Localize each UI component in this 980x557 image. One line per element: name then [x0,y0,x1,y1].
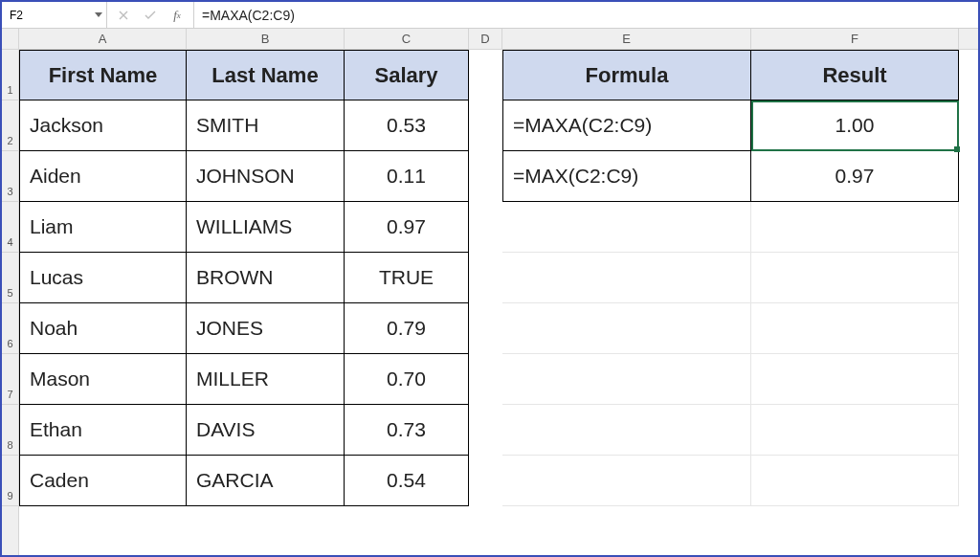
row-header[interactable]: 8 [2,405,18,456]
data-cell[interactable]: 0.79 [345,303,469,354]
row-header[interactable]: 7 [2,354,18,405]
data-cell[interactable]: 0.97 [751,151,959,202]
fx-icon[interactable]: fx [170,9,184,22]
data-cell[interactable]: 0.73 [345,405,469,456]
column-header[interactable]: D [469,29,502,49]
corner-cell[interactable] [2,29,18,50]
check-icon[interactable] [144,9,157,22]
data-cell[interactable]: =MAX(C2:C9) [502,151,751,202]
data-cell[interactable]: Caden [19,456,187,506]
data-cell[interactable]: 0.54 [345,456,469,506]
empty-cell[interactable] [502,303,751,354]
data-cell[interactable]: Jackson [19,100,187,151]
name-box-value: F2 [10,9,23,22]
header-cell-last-name[interactable]: Last Name [187,50,345,100]
empty-cell[interactable] [469,202,502,253]
header-cell-first-name[interactable]: First Name [19,50,187,100]
data-cell[interactable]: JOHNSON [187,151,345,202]
empty-cell[interactable] [751,354,959,405]
data-cell[interactable]: WILLIAMS [187,202,345,253]
empty-cell[interactable] [469,303,502,354]
data-cell[interactable]: 0.53 [345,100,469,151]
column-header[interactable]: B [187,29,345,49]
empty-cell[interactable] [502,202,751,253]
name-box[interactable]: F2 [2,2,107,28]
table-row: First Name Last Name Salary Formula Resu… [19,50,978,100]
chevron-down-icon[interactable] [95,12,102,17]
data-cell[interactable]: 0.70 [345,354,469,405]
empty-cell[interactable] [502,456,751,506]
empty-cell[interactable] [751,253,959,303]
empty-cell[interactable] [469,100,502,151]
column-headers: A B C D E F [19,29,978,50]
data-cell[interactable]: BROWN [187,253,345,303]
column-header[interactable]: A [19,29,187,49]
spreadsheet-grid[interactable]: 1 2 3 4 5 6 7 8 9 A B C D E F First Name… [2,29,978,555]
empty-cell[interactable] [469,354,502,405]
table-row: Lucas BROWN TRUE [19,253,978,303]
column-header[interactable]: C [345,29,469,49]
empty-cell[interactable] [469,456,502,506]
empty-cell[interactable] [469,151,502,202]
table-row: Jackson SMITH 0.53 =MAXA(C2:C9) 1.00 [19,100,978,151]
formula-text: =MAXA(C2:C9) [202,8,295,23]
data-cell[interactable]: 1.00 [751,100,959,151]
empty-cell[interactable] [502,253,751,303]
header-cell-formula[interactable]: Formula [502,50,751,100]
data-cell[interactable]: GARCIA [187,456,345,506]
empty-cell[interactable] [469,253,502,303]
data-cell[interactable]: Noah [19,303,187,354]
table-row: Aiden JOHNSON 0.11 =MAX(C2:C9) 0.97 [19,151,978,202]
empty-cell[interactable] [469,50,502,100]
header-cell-result[interactable]: Result [751,50,959,100]
cancel-icon[interactable] [117,9,130,22]
row-header[interactable]: 6 [2,303,18,354]
data-cell[interactable]: Mason [19,354,187,405]
row-header[interactable]: 5 [2,253,18,303]
data-cell[interactable]: DAVIS [187,405,345,456]
table-row: Ethan DAVIS 0.73 [19,405,978,456]
header-cell-salary[interactable]: Salary [345,50,469,100]
table-row: Mason MILLER 0.70 [19,354,978,405]
table-row: Noah JONES 0.79 [19,303,978,354]
data-cell[interactable]: Ethan [19,405,187,456]
data-cell[interactable]: 0.11 [345,151,469,202]
formula-input[interactable]: =MAXA(C2:C9) [194,2,978,28]
data-cell[interactable]: SMITH [187,100,345,151]
table-row: Liam WILLIAMS 0.97 [19,202,978,253]
row-header[interactable]: 4 [2,202,18,253]
data-cell[interactable]: Aiden [19,151,187,202]
data-cell[interactable]: Liam [19,202,187,253]
column-header[interactable]: E [502,29,751,49]
empty-cell[interactable] [502,405,751,456]
empty-cell[interactable] [751,202,959,253]
data-cell[interactable]: 0.97 [345,202,469,253]
data-cell[interactable]: =MAXA(C2:C9) [502,100,751,151]
empty-cell[interactable] [469,405,502,456]
empty-cell[interactable] [751,303,959,354]
column-header[interactable]: F [751,29,959,49]
empty-cell[interactable] [751,405,959,456]
data-cell[interactable]: MILLER [187,354,345,405]
row-header[interactable]: 3 [2,151,18,202]
row-header[interactable]: 1 [2,50,18,100]
data-cell[interactable]: JONES [187,303,345,354]
empty-cell[interactable] [751,456,959,506]
data-cell[interactable]: Lucas [19,253,187,303]
empty-cell[interactable] [502,354,751,405]
data-cell[interactable]: TRUE [345,253,469,303]
formula-bar-controls: fx [107,2,194,28]
row-header[interactable]: 9 [2,456,18,506]
row-number-column: 1 2 3 4 5 6 7 8 9 [2,29,19,555]
table-row: Caden GARCIA 0.54 [19,456,978,506]
row-header[interactable]: 2 [2,100,18,151]
formula-bar: F2 fx =MAXA(C2:C9) [2,2,978,29]
